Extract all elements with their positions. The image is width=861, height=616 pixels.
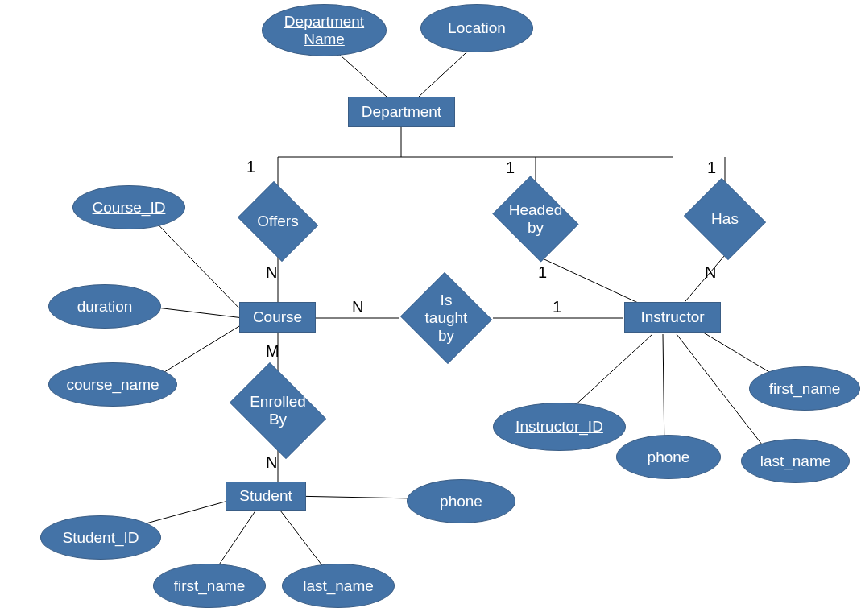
attribute-course-id: Course_ID (72, 185, 185, 229)
attribute-department-name: Department Name (262, 4, 387, 56)
relationship-is-taught-by: Is taught by (399, 274, 494, 362)
cardinality-dept-headed: 1 (506, 159, 515, 177)
relationship-has: Has (681, 181, 769, 257)
cardinality-headed-instr: 1 (538, 263, 547, 282)
attribute-student-last-name: last_name (282, 564, 395, 608)
relationship-offers: Offers (234, 185, 322, 258)
relationship-label: Has (706, 210, 743, 228)
entity-label: Course (253, 308, 302, 326)
attribute-location: Location (420, 4, 533, 52)
relationship-label: Offers (252, 213, 303, 230)
cardinality-has-instr: N (705, 263, 716, 282)
attribute-label: phone (648, 449, 690, 466)
attribute-course-name: course_name (48, 362, 177, 407)
entity-label: Student (239, 487, 292, 505)
relationship-label: Enrolled By (241, 393, 315, 428)
entity-student: Student (226, 482, 306, 511)
attribute-label: Department Name (266, 13, 383, 48)
attribute-instructor-last-name: last_name (741, 439, 850, 483)
attribute-instructor-id: Instructor_ID (493, 403, 626, 451)
entity-department: Department (348, 97, 455, 127)
cardinality-dept-offers: 1 (246, 158, 255, 176)
cardinality-dept-has: 1 (707, 159, 716, 177)
attribute-label: phone (440, 493, 482, 511)
entity-label: Instructor (640, 308, 704, 326)
attribute-duration: duration (48, 284, 161, 329)
relationship-headed-by: Headed by (487, 181, 584, 257)
attribute-label: first_name (174, 577, 246, 595)
attribute-label: Instructor_ID (515, 418, 603, 436)
relationship-enrolled-by: Enrolled By (221, 370, 334, 451)
attribute-instructor-phone: phone (616, 435, 721, 479)
attribute-label: course_name (66, 376, 159, 394)
attribute-label: Student_ID (62, 529, 139, 547)
attribute-label: last_name (303, 577, 374, 595)
attribute-instructor-first-name: first_name (749, 366, 860, 411)
attribute-label: last_name (760, 453, 831, 470)
entity-label: Department (362, 103, 441, 121)
attribute-label: Course_ID (93, 199, 166, 217)
attribute-student-id: Student_ID (40, 515, 161, 560)
attribute-label: first_name (769, 380, 841, 398)
attribute-student-phone: phone (407, 479, 515, 523)
cardinality-offers-course: N (266, 263, 277, 282)
attribute-label: duration (77, 298, 133, 316)
cardinality-course-enrolled: M (266, 342, 279, 361)
relationship-label: Headed by (499, 201, 572, 237)
cardinality-taught-instr: 1 (553, 298, 561, 316)
relationship-label: Is taught by (413, 291, 479, 345)
cardinality-enrolled-student: N (266, 453, 277, 472)
cardinality-course-taught: N (352, 298, 363, 316)
attribute-student-first-name: first_name (153, 564, 266, 608)
attribute-label: Location (448, 19, 506, 37)
entity-instructor: Instructor (624, 302, 721, 333)
entity-course: Course (239, 302, 316, 333)
